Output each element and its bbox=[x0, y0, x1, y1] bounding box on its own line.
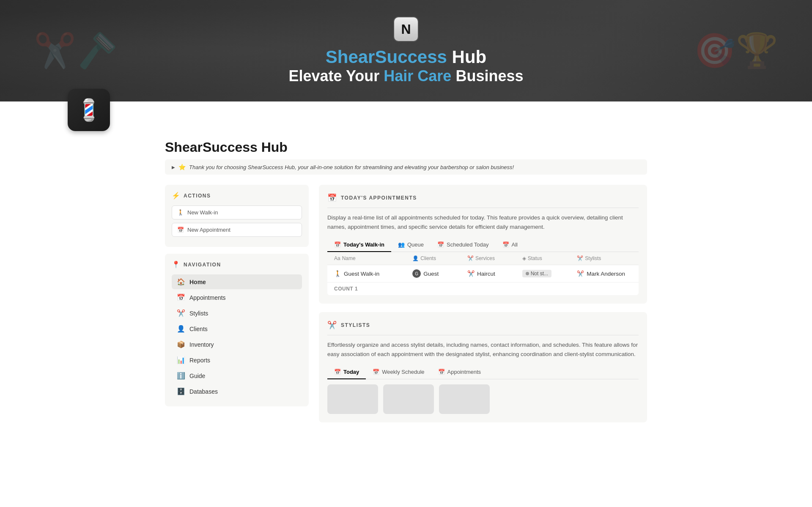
col-services-icon: ✂️ bbox=[467, 255, 474, 261]
page-title: ShearSuccess Hub bbox=[165, 140, 647, 155]
appointments-nav-label: Appointments bbox=[189, 294, 226, 301]
hero-banner: ✂️ 🪒 🎯 🏆 N ShearSuccess Hub Elevate Your… bbox=[0, 0, 812, 101]
home-icon: 🏠 bbox=[177, 278, 185, 286]
callout-bar[interactable]: ▶ ⭐ Thank you for choosing ShearSuccess … bbox=[165, 159, 647, 175]
reports-nav-label: Reports bbox=[189, 357, 210, 364]
nav-icon: 📍 bbox=[172, 260, 180, 269]
sidebar-item-databases[interactable]: 🗄️ Databases bbox=[172, 384, 302, 399]
cell-stylist: ✂️ Mark Anderson bbox=[577, 270, 632, 277]
stylist-cards-area bbox=[327, 384, 639, 414]
col-clients-icon: 👤 bbox=[412, 255, 419, 261]
guest-avatar: G bbox=[412, 269, 421, 278]
clients-nav-icon: 👤 bbox=[177, 325, 185, 333]
col-stylists-icon: ✂️ bbox=[577, 255, 583, 261]
tab-all-label: All bbox=[512, 241, 518, 248]
table-row[interactable]: 🚶 Guest Walk-in G Guest ✂️ Haircut bbox=[327, 265, 639, 282]
actions-header: ⚡ ACTIONS bbox=[172, 192, 302, 200]
col-header-status: ◈ Status bbox=[522, 255, 577, 261]
cell-status: Not st... bbox=[522, 270, 577, 277]
appointments-card-icon: 📅 bbox=[327, 193, 337, 203]
service-value: Haircut bbox=[477, 271, 495, 277]
hero-title-blue2: Success bbox=[375, 47, 447, 67]
stylist-card-2[interactable] bbox=[383, 384, 434, 414]
navigation-title: NAVIGATION bbox=[184, 262, 221, 268]
status-badge: Not st... bbox=[522, 270, 551, 277]
table-header: Aa Name 👤 Clients ✂️ Services ◈ bbox=[327, 252, 639, 265]
count-row: COUNT 1 bbox=[327, 282, 639, 295]
tab-stylist-appt-label: Appointments bbox=[447, 369, 481, 375]
tab-stylist-appointments[interactable]: 📅 Appointments bbox=[431, 365, 488, 379]
inventory-nav-icon: 📦 bbox=[177, 340, 185, 348]
appointments-nav-icon: 📅 bbox=[177, 293, 185, 301]
appointments-card-title: TODAY'S APPOINTMENTS bbox=[341, 195, 417, 201]
actions-title: ACTIONS bbox=[184, 193, 211, 199]
stylist-card-3[interactable] bbox=[439, 384, 490, 414]
appointments-card: 📅 TODAY'S APPOINTMENTS Display a real-ti… bbox=[319, 185, 647, 304]
appointments-card-header: 📅 TODAY'S APPOINTMENTS bbox=[327, 193, 639, 208]
sidebar: ⚡ ACTIONS 🚶 New Walk-in 📅 New Appointmen… bbox=[165, 185, 309, 413]
appointments-table: Aa Name 👤 Clients ✂️ Services ◈ bbox=[327, 252, 639, 295]
stylist-icon: ✂️ bbox=[577, 270, 584, 277]
hero-subtitle: Elevate Your Hair Care Business bbox=[289, 67, 524, 85]
guide-nav-label: Guide bbox=[189, 373, 205, 379]
sidebar-item-inventory[interactable]: 📦 Inventory bbox=[172, 337, 302, 352]
databases-nav-icon: 🗄️ bbox=[177, 387, 185, 395]
stylists-card-desc: Effortlessly organize and access stylist… bbox=[327, 340, 639, 359]
navigation-section: 📍 NAVIGATION 🏠 Home 📅 Appointments ✂️ St… bbox=[165, 254, 309, 406]
navigation-header: 📍 NAVIGATION bbox=[172, 260, 302, 269]
col-header-stylists: ✂️ Stylists bbox=[577, 255, 632, 261]
tab-walkin-label: Today's Walk-in bbox=[343, 241, 384, 248]
hero-subtitle-white2: Business bbox=[451, 67, 523, 85]
appointment-btn-label: New Appointment bbox=[187, 227, 230, 233]
tab-all[interactable]: 📅 All bbox=[496, 238, 524, 252]
status-value: Not st... bbox=[531, 271, 548, 277]
appointment-btn-icon: 📅 bbox=[177, 227, 184, 233]
col-name-prefix: Aa bbox=[334, 255, 340, 261]
tab-scheduled-label: Scheduled Today bbox=[447, 241, 489, 248]
toggle-arrow-icon: ▶ bbox=[172, 165, 175, 170]
walkin-icon: 🚶 bbox=[177, 209, 184, 216]
appointments-card-desc: Display a real-time list of all appointm… bbox=[327, 213, 639, 231]
clients-nav-label: Clients bbox=[189, 326, 208, 332]
appointments-tabs: 📅 Today's Walk-in 👥 Queue 📅 Scheduled To… bbox=[327, 238, 639, 252]
tab-today-label: Today bbox=[343, 369, 359, 375]
stylists-card: ✂️ STYLISTS Effortlessly organize and ac… bbox=[319, 312, 647, 422]
stylists-card-header: ✂️ STYLISTS bbox=[327, 321, 639, 335]
count-label: COUNT bbox=[334, 286, 353, 292]
sidebar-item-appointments[interactable]: 📅 Appointments bbox=[172, 290, 302, 305]
tab-todays-walkin[interactable]: 📅 Today's Walk-in bbox=[327, 238, 391, 252]
col-status-icon: ◈ bbox=[522, 255, 526, 261]
tab-weekly-schedule[interactable]: 📅 Weekly Schedule bbox=[366, 365, 431, 379]
main-content: 📅 TODAY'S APPOINTMENTS Display a real-ti… bbox=[319, 185, 647, 431]
tab-weekly-icon: 📅 bbox=[373, 369, 379, 375]
sidebar-item-stylists[interactable]: ✂️ Stylists bbox=[172, 306, 302, 321]
col-status-label: Status bbox=[528, 255, 542, 261]
walkin-row-icon: 🚶 bbox=[334, 270, 341, 277]
sidebar-item-reports[interactable]: 📊 Reports bbox=[172, 353, 302, 367]
tab-scheduled-icon: 📅 bbox=[437, 241, 444, 248]
tab-all-icon: 📅 bbox=[502, 241, 509, 248]
hero-title: ShearSuccess Hub bbox=[326, 47, 487, 67]
tab-queue-label: Queue bbox=[407, 241, 424, 248]
cell-service: ✂️ Haircut bbox=[467, 270, 522, 277]
new-appointment-button[interactable]: 📅 New Appointment bbox=[172, 223, 302, 237]
sidebar-item-home[interactable]: 🏠 Home bbox=[172, 274, 302, 289]
tab-scheduled-today[interactable]: 📅 Scheduled Today bbox=[431, 238, 496, 252]
hero-title-white: Hub bbox=[447, 47, 486, 67]
col-stylists-label: Stylists bbox=[585, 255, 601, 261]
col-clients-label: Clients bbox=[420, 255, 436, 261]
tab-today[interactable]: 📅 Today bbox=[327, 365, 366, 379]
sidebar-item-clients[interactable]: 👤 Clients bbox=[172, 321, 302, 336]
tab-queue[interactable]: 👥 Queue bbox=[391, 238, 431, 252]
stylists-tabs: 📅 Today 📅 Weekly Schedule 📅 Appointments bbox=[327, 365, 639, 379]
new-walkin-button[interactable]: 🚶 New Walk-in bbox=[172, 206, 302, 219]
tab-walkin-icon: 📅 bbox=[334, 241, 341, 248]
sidebar-item-guide[interactable]: ℹ️ Guide bbox=[172, 368, 302, 383]
col-header-clients: 👤 Clients bbox=[412, 255, 467, 261]
hero-subtitle-white1: Elevate Your bbox=[289, 67, 384, 85]
home-label: Home bbox=[189, 279, 206, 285]
tab-weekly-label: Weekly Schedule bbox=[382, 369, 424, 375]
inventory-nav-label: Inventory bbox=[189, 341, 214, 348]
stylist-value: Mark Anderson bbox=[587, 271, 625, 277]
stylist-card-1[interactable] bbox=[327, 384, 378, 414]
